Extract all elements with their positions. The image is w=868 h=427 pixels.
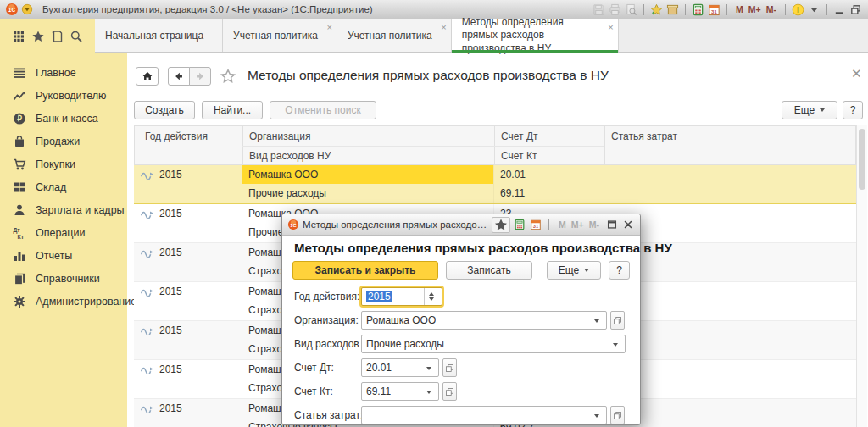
calendar-icon[interactable]: 31: [529, 219, 542, 230]
help-button[interactable]: ?: [843, 101, 863, 119]
sidebar-item-0[interactable]: Главное: [0, 61, 127, 84]
create-button[interactable]: Создать: [134, 101, 195, 119]
search-icon[interactable]: [70, 30, 83, 43]
scrollbar-thumb[interactable]: [859, 129, 865, 190]
window-title: Бухгалтерия предприятия, редакция 3.0 / …: [42, 4, 373, 14]
find-button[interactable]: Найти...: [202, 101, 263, 119]
open-button[interactable]: [610, 311, 625, 330]
sidebar-item-6[interactable]: Зарплата и кадры: [0, 198, 127, 221]
nav-forward-button[interactable]: [189, 67, 211, 86]
sidebar-item-1[interactable]: Руководителю: [0, 84, 127, 107]
sidebar-item-4[interactable]: Покупки: [0, 152, 127, 175]
tab-close-icon[interactable]: ×: [326, 23, 331, 32]
field-input[interactable]: 2015: [361, 287, 442, 306]
calc-icon[interactable]: [513, 219, 526, 230]
cell-cost-item: [604, 165, 856, 184]
header-kt[interactable]: Счет Кт: [501, 150, 537, 162]
page-close-icon[interactable]: ✕: [851, 66, 862, 81]
star-add-icon[interactable]: [649, 3, 664, 16]
dialog-field-row: Счет Дт:20.01: [282, 358, 640, 377]
tab-label: Начальная страница: [105, 30, 203, 42]
memory-button-m[interactable]: M: [733, 4, 746, 14]
header-expense[interactable]: Вид расходов НУ: [249, 150, 331, 162]
home-button[interactable]: [136, 67, 159, 86]
header-org[interactable]: Организация: [249, 130, 310, 142]
nav-back-button[interactable]: [168, 67, 190, 86]
field-input[interactable]: [361, 406, 607, 424]
sidebar-item-label: Склад: [36, 181, 66, 193]
table-row[interactable]: 2015Ромашка ОООПрочие расходы20.0169.11: [134, 165, 856, 204]
history-icon[interactable]: [50, 30, 64, 43]
save-icon: [592, 3, 606, 16]
menu-icon: [13, 66, 26, 80]
header-cost-item[interactable]: Статья затрат: [611, 130, 677, 142]
sidebar-item-label: Главное: [36, 67, 76, 79]
caret-down-icon: [820, 108, 825, 114]
tab-3[interactable]: Методы определения прямых расходов произ…: [452, 19, 619, 52]
sidebar-item-8[interactable]: Отчеты: [0, 244, 127, 267]
calendar-icon[interactable]: 31: [707, 3, 721, 16]
caret-icon[interactable]: [807, 3, 821, 16]
field-input[interactable]: Ромашка ООО: [361, 311, 607, 330]
cell-expense: Прочие расходы: [242, 184, 493, 202]
open-button[interactable]: [442, 382, 457, 401]
dialog-more-button[interactable]: Еще: [547, 261, 601, 280]
caret-down-icon[interactable]: [609, 340, 620, 349]
sidebar-item-7[interactable]: ДтКтОперации: [0, 221, 127, 244]
caret-down-icon[interactable]: [423, 387, 434, 396]
field-input[interactable]: 69.11: [361, 382, 439, 401]
titlebar-icons-right: i: [782, 3, 863, 16]
close-icon[interactable]: [621, 219, 635, 230]
field-input[interactable]: 20.01: [361, 358, 439, 377]
save-button[interactable]: Записать: [446, 261, 532, 280]
page-title: Методы определения прямых расходов произ…: [248, 68, 609, 83]
svg-text:1C: 1C: [8, 7, 16, 13]
calc-icon[interactable]: [691, 3, 705, 16]
star-icon[interactable]: [492, 217, 510, 233]
spinner-control[interactable]: [424, 288, 437, 305]
sidebar-item-3[interactable]: Продажи: [0, 130, 127, 152]
field-input[interactable]: Прочие расходы: [361, 335, 626, 353]
bag-icon: [13, 135, 26, 148]
cart-icon: [13, 158, 26, 171]
tab-0[interactable]: Начальная страница: [95, 19, 223, 52]
trend-icon: [13, 89, 26, 103]
open-button[interactable]: [442, 358, 457, 377]
caret-down-icon[interactable]: [423, 363, 434, 373]
cell-year: 2015: [159, 165, 182, 184]
box-icon[interactable]: [665, 3, 680, 16]
vertical-scrollbar[interactable]: [856, 125, 867, 427]
memory-button-m-[interactable]: M-: [764, 4, 779, 14]
1c-logo-icon[interactable]: 1C: [5, 3, 19, 16]
tab-close-icon[interactable]: ×: [441, 23, 446, 32]
grid9-icon[interactable]: [12, 30, 25, 43]
sidebar-item-9[interactable]: Справочники: [0, 267, 127, 290]
dialog-help-button[interactable]: ?: [609, 261, 630, 280]
sidebar-item-2[interactable]: ₽Банк и касса: [0, 107, 127, 130]
tab-label: Учетная политика: [233, 30, 318, 42]
star-icon[interactable]: [31, 30, 45, 43]
sidebar: ГлавноеРуководителю₽Банк и кассаПродажиП…: [0, 53, 127, 427]
save-and-close-button[interactable]: Записать и закрыть: [292, 261, 438, 280]
memory-button-m+[interactable]: M+: [746, 4, 764, 14]
tab-close-icon[interactable]: ×: [608, 23, 613, 32]
restore-icon[interactable]: [849, 3, 863, 16]
sidebar-item-5[interactable]: Склад: [0, 175, 127, 198]
cell-cost-item: [604, 321, 856, 340]
field-label: Год действия:: [294, 291, 359, 302]
maximize-icon[interactable]: [605, 219, 619, 230]
memory-button-m+: M+: [569, 219, 587, 230]
caret-down-icon[interactable]: [591, 411, 602, 420]
header-dt[interactable]: Счет Дт: [501, 130, 538, 142]
minimize-icon[interactable]: [832, 3, 847, 16]
tab-1[interactable]: Учетная политика×: [223, 19, 337, 52]
caret-down-icon[interactable]: [591, 316, 602, 325]
tab-2[interactable]: Учетная политика×: [337, 19, 452, 52]
more-button[interactable]: Еще: [782, 101, 837, 119]
favorite-star-icon[interactable]: [220, 69, 236, 84]
sidebar-item-10[interactable]: Администрирование: [0, 290, 127, 313]
header-year[interactable]: Год действия: [145, 130, 208, 142]
system-menu-icon[interactable]: [21, 3, 33, 15]
info-icon[interactable]: i: [791, 3, 805, 16]
open-button[interactable]: [610, 406, 625, 424]
